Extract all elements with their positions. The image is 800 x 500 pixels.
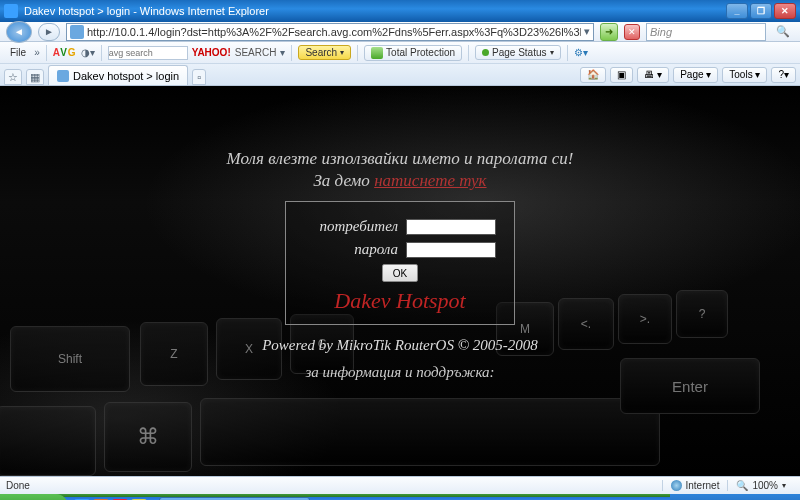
page-status-button[interactable]: Page Status▾ <box>475 45 560 60</box>
command-bar: 🏠 ▣ 🖶 ▾ Page ▾ Tools ▾ ?▾ <box>580 64 796 85</box>
login-box: потребител парола OK Dakev Hotspot <box>285 201 515 325</box>
back-button[interactable]: ◄ <box>6 21 32 43</box>
address-bar[interactable]: ▾ <box>66 23 594 41</box>
username-label: потребител <box>320 218 399 235</box>
password-row: парола <box>304 241 496 258</box>
avg-toolbar: File » AVG ◑▾ YAHOO! SEARCH ▾ Search▾ To… <box>0 42 800 64</box>
dropdown-icon[interactable]: ▾ <box>584 25 590 38</box>
window-title: Dakev hotspot > login - Windows Internet… <box>24 5 726 17</box>
status-text: Done <box>6 480 30 491</box>
key-apple: ⌘ <box>104 402 192 472</box>
avg-dropdown-icon[interactable]: ◑▾ <box>81 47 95 58</box>
tab-favicon <box>57 70 69 82</box>
zone-cell[interactable]: Internet <box>662 480 728 491</box>
system-tray: BG 2:22 AM <box>670 494 800 500</box>
username-input[interactable] <box>406 219 496 235</box>
page-status-label: Page Status <box>492 47 546 58</box>
feeds-button[interactable]: ▣ <box>610 67 633 83</box>
taskbar: start Dakev hotspot > logi... BG 2:22 AM <box>0 494 800 500</box>
print-button[interactable]: 🖶 ▾ <box>637 67 669 83</box>
username-row: потребител <box>304 218 496 235</box>
search-button[interactable]: Search▾ <box>298 45 351 60</box>
window-titlebar: Dakev hotspot > login - Windows Internet… <box>0 0 800 22</box>
home-button[interactable]: 🏠 <box>580 67 606 83</box>
total-protection-label: Total Protection <box>386 47 455 58</box>
shield-icon <box>371 47 383 59</box>
separator <box>101 45 102 61</box>
status-dot-icon <box>482 49 489 56</box>
separator <box>46 45 47 61</box>
key-shift: Shift <box>10 326 130 392</box>
zoom-value: 100% <box>752 480 778 491</box>
file-menu[interactable]: File <box>6 47 30 58</box>
avg-logo[interactable]: AVG <box>53 47 77 58</box>
close-button[interactable]: ✕ <box>774 3 796 19</box>
url-input[interactable] <box>87 26 581 38</box>
settings-icon[interactable]: ⚙▾ <box>574 47 588 58</box>
separator <box>468 45 469 61</box>
powered-by: Powered by MikroTik RouterOS © 2005-2008 <box>185 337 615 354</box>
page-content: Shift Z X C M <. >. ? ⌘ Enter Моля влезт… <box>0 86 800 476</box>
forward-button[interactable]: ► <box>38 23 60 41</box>
key-gt: >. <box>618 294 672 344</box>
help-menu[interactable]: ?▾ <box>771 67 796 83</box>
ok-button[interactable]: OK <box>382 264 418 282</box>
key-fn <box>0 406 96 476</box>
page-icon <box>70 25 84 39</box>
status-bar: Done Internet 🔍100%▾ <box>0 476 800 494</box>
prompt-line-2: За демо натиснете тук <box>185 171 615 191</box>
page-menu[interactable]: Page ▾ <box>673 67 718 83</box>
go-button[interactable]: ➜ <box>600 23 618 41</box>
quicktabs-button[interactable]: ▦ <box>26 69 44 85</box>
address-bar-row: ◄ ► ▾ ➜ ✕ Bing 🔍 <box>0 22 800 42</box>
stop-button[interactable]: ✕ <box>624 24 640 40</box>
globe-icon <box>671 480 682 491</box>
search-box[interactable]: Bing <box>646 23 766 41</box>
maximize-button[interactable]: ❐ <box>750 3 772 19</box>
yahoo-search-label: SEARCH <box>235 47 277 58</box>
login-panel: Моля влезте използвайки името и паролата… <box>185 149 615 381</box>
info-line: за информация и поддръжка: <box>185 364 615 381</box>
total-protection-button[interactable]: Total Protection <box>364 45 462 61</box>
brand-label: Dakev Hotspot <box>304 288 496 314</box>
key-enter: Enter <box>620 358 760 414</box>
demo-link[interactable]: натиснете тук <box>374 171 486 190</box>
new-tab-button[interactable]: ▫ <box>192 69 206 85</box>
separator <box>291 45 292 61</box>
start-button[interactable]: start <box>0 494 68 500</box>
avg-search-input[interactable] <box>108 46 188 60</box>
window-buttons: _ ❐ ✕ <box>726 3 796 19</box>
zoom-cell[interactable]: 🔍100%▾ <box>727 480 794 491</box>
key-q: ? <box>676 290 728 338</box>
minimize-button[interactable]: _ <box>726 3 748 19</box>
zoom-icon: 🔍 <box>736 480 748 491</box>
dropdown-icon[interactable]: ▾ <box>280 47 285 58</box>
active-tab[interactable]: Dakev hotspot > login <box>48 65 188 85</box>
tab-label: Dakev hotspot > login <box>73 70 179 82</box>
key-space <box>200 398 660 466</box>
search-placeholder: Bing <box>650 26 672 38</box>
chevron-icon[interactable]: » <box>34 47 40 58</box>
password-input[interactable] <box>406 242 496 258</box>
prompt-line-1: Моля влезте използвайки името и паролата… <box>185 149 615 169</box>
ie-icon <box>4 4 18 18</box>
tools-menu[interactable]: Tools ▾ <box>722 67 767 83</box>
search-button-label: Search <box>305 47 337 58</box>
separator <box>357 45 358 61</box>
yahoo-logo: YAHOO! <box>192 47 231 58</box>
zone-label: Internet <box>686 480 720 491</box>
password-label: парола <box>354 241 398 258</box>
tab-strip: ☆ ▦ Dakev hotspot > login ▫ 🏠 ▣ 🖶 ▾ Page… <box>0 64 800 86</box>
demo-prefix: За демо <box>313 171 374 190</box>
search-glass-icon[interactable]: 🔍 <box>772 25 794 38</box>
favorites-button[interactable]: ☆ <box>4 69 22 85</box>
separator <box>567 45 568 61</box>
